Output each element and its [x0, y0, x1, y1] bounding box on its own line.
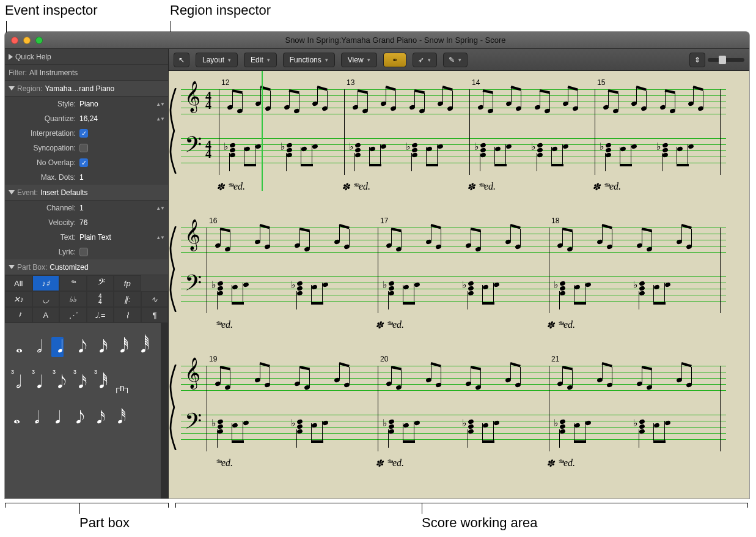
note-group	[677, 366, 694, 396]
partbox-tab-noteheads[interactable]: ✕♪	[5, 291, 32, 307]
dot-icon: ♩.=	[95, 311, 105, 320]
vertical-zoom-button[interactable]: ⇕	[689, 53, 705, 67]
triplet-thirtysecond-icon[interactable]: 3𝅘𝅥𝅰	[93, 372, 105, 393]
syncopation-checkbox[interactable]: ✓	[79, 144, 88, 152]
dotted-sixteenth-icon[interactable]: 𝅘𝅥𝅯.	[93, 408, 105, 428]
quarter-note-icon[interactable]: 𝅘𝅥	[51, 337, 64, 357]
triplet-half-icon[interactable]: 3𝅗𝅥	[10, 372, 22, 393]
pedal-release-mark: ✽	[546, 319, 554, 331]
triplet-quarter-icon[interactable]: 3𝅘𝅥	[31, 372, 43, 393]
note-group	[426, 228, 443, 258]
close-button[interactable]	[11, 37, 18, 44]
accidental-icon: ♭♭	[69, 295, 76, 304]
partbox-tab-ornaments[interactable]: ∿	[141, 291, 169, 307]
note-group	[505, 228, 523, 258]
zoom-thumb[interactable]	[719, 56, 726, 64]
partbox-tab-timesig[interactable]: 44	[87, 291, 114, 307]
maximize-button[interactable]	[35, 37, 43, 44]
dotted-quarter-icon[interactable]: 𝅘𝅥.	[51, 408, 64, 428]
style-param[interactable]: Style: Piano ▲▼	[5, 97, 168, 111]
note-group	[255, 89, 273, 120]
partbox-tab-dotted[interactable]: ♩.=	[87, 307, 114, 323]
lyric-checkbox[interactable]: ✓	[79, 248, 88, 256]
note-group	[505, 366, 523, 396]
triplet-eighth-icon[interactable]: 3𝅘𝅥𝅮	[51, 372, 64, 393]
quick-help-row[interactable]: Quick Help	[5, 49, 168, 65]
zoom-slider[interactable]	[708, 58, 744, 62]
lyric-label: Lyric:	[9, 248, 76, 256]
bar-number: 13	[347, 78, 354, 87]
bar-number: 15	[597, 78, 605, 87]
minimize-button[interactable]	[23, 37, 31, 44]
chevron-down-icon: ▾	[458, 57, 461, 63]
dotted-whole-icon[interactable]: 𝅝.	[10, 408, 22, 428]
dotted-eighth-icon[interactable]: 𝅘𝅥𝅮.	[72, 408, 84, 428]
edit-menu[interactable]: Edit▾	[244, 53, 277, 67]
partbox-tab-notes[interactable]: ♪♯	[32, 275, 60, 291]
partbox-tab-tremolo[interactable]: ⋰	[59, 307, 87, 323]
stepper-icon[interactable]: ▲▼	[156, 235, 164, 240]
back-tool-button[interactable]: ↖	[174, 53, 189, 67]
partbox-tab-dynamics[interactable]: fp	[114, 275, 141, 291]
partbox-tab-all[interactable]: All	[5, 275, 32, 291]
text-param[interactable]: Text: Plain Text ▲▼	[5, 230, 168, 245]
stepper-icon[interactable]: ▲▼	[156, 102, 164, 107]
ntuplet-icon[interactable]: ┌n┐	[114, 383, 126, 393]
bar-number: 16	[209, 217, 217, 225]
half-note-icon[interactable]: 𝅗𝅥	[31, 337, 43, 357]
note-group	[312, 89, 329, 120]
link-button[interactable]: ⚭	[383, 53, 406, 67]
partbox-tab-slurs[interactable]: ◡	[32, 291, 60, 307]
chevron-down-icon: ▾	[325, 57, 328, 63]
note-group	[438, 89, 455, 120]
partbox-tab-rests[interactable]: 𝄽	[5, 307, 32, 323]
partbox-tab-barlines[interactable]: ‖:	[114, 291, 141, 307]
partbox-tab-pedal[interactable]: 𝆮	[59, 275, 87, 291]
region-header-row[interactable]: Region: Yamaha…rand Piano	[5, 81, 168, 97]
interpretation-checkbox[interactable]: ✓	[79, 129, 88, 138]
stepper-icon[interactable]: ▲▼	[156, 116, 164, 122]
partbox-tab-text[interactable]: A	[32, 307, 60, 323]
score-working-area[interactable]: 𝄞44𝄢4412131415♭♭𝆮ed.✽♭♭𝆮ed.✽♭♭𝆮ed.✽♭♭𝆮ed…	[169, 71, 749, 498]
partbox-tab-layout[interactable]: ¶	[141, 307, 169, 323]
style-value: Piano	[79, 100, 98, 108]
note-group	[637, 228, 654, 258]
nooverlap-checkbox[interactable]: ✓	[79, 158, 88, 167]
partbox-tab-arpeggio[interactable]: ⌇	[114, 307, 141, 323]
view-menu[interactable]: View▾	[341, 53, 377, 67]
functions-menu[interactable]: Functions▾	[283, 53, 335, 67]
annotation-event-inspector: Event inspector	[5, 2, 98, 18]
sixtyfourth-note-icon[interactable]: 𝅘𝅥𝅱	[134, 337, 147, 357]
pointer-tool[interactable]: ➶▾	[413, 53, 437, 67]
layout-menu[interactable]: Layout▾	[196, 53, 238, 67]
partbox-tab-clef[interactable]: 𝄢	[87, 275, 114, 291]
playhead[interactable]	[262, 71, 263, 191]
eighth-note-icon[interactable]: 𝅘𝅥𝅮	[72, 337, 84, 357]
notes-icon: ♪♯	[42, 279, 50, 288]
channel-param[interactable]: Channel: 1 ▲▼	[5, 201, 168, 215]
note-group: ♭	[639, 415, 676, 451]
arpeggio-icon: ⌇	[125, 311, 129, 320]
thirtysecond-note-icon[interactable]: 𝅘𝅥𝅰	[114, 337, 126, 357]
partbox-header-row[interactable]: Part Box: Customized	[5, 259, 168, 275]
triplet-sixteenth-icon[interactable]: 3𝅘𝅥𝅯	[72, 372, 84, 393]
palette-scrollbar[interactable]	[161, 323, 168, 498]
stepper-icon[interactable]: ▲▼	[156, 206, 164, 211]
velocity-param[interactable]: Velocity: 76	[5, 215, 168, 230]
dotted-half-icon[interactable]: 𝅗𝅥.	[31, 408, 43, 428]
maxdots-param[interactable]: Max. Dots: 1	[5, 170, 168, 185]
note-group: ♭	[468, 415, 505, 451]
whole-note-icon[interactable]: 𝅝	[10, 337, 22, 357]
barline	[595, 89, 595, 175]
score-system: 𝄞𝄢192021♭♭𝆮ed.♭♭𝆮ed.✽♭♭𝆮ed.✽	[176, 354, 726, 476]
pedal-mark: 𝆮ed.	[215, 457, 233, 468]
dotted-thirtysecond-icon[interactable]: 𝅘𝅥𝅰.	[114, 408, 126, 428]
lyric-param: Lyric: ✓	[5, 245, 168, 259]
partbox-tab-accidentals[interactable]: ♭♭	[59, 291, 87, 307]
filter-row[interactable]: Filter: All Instruments	[5, 65, 168, 81]
pencil-tool[interactable]: ✎▾	[443, 53, 468, 67]
sixteenth-note-icon[interactable]: 𝅘𝅥𝅯	[93, 337, 105, 357]
event-header-row[interactable]: Event: Insert Defaults	[5, 185, 168, 201]
quantize-param[interactable]: Quantize: 16,24 ▲▼	[5, 111, 168, 126]
chevron-down-icon: ▾	[228, 57, 231, 63]
